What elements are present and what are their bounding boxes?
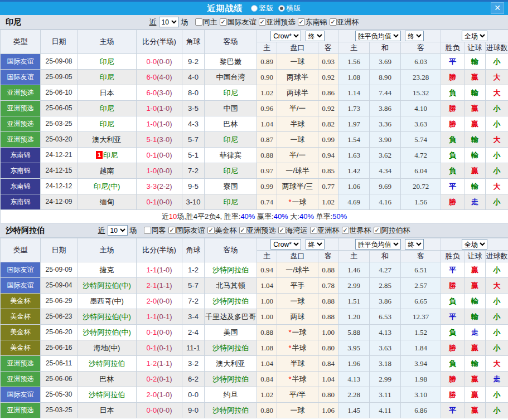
odds-stage-select[interactable]: 终 (306, 31, 325, 41)
cell-type: 国际友谊 (1, 54, 41, 70)
league-filter[interactable]: ✓海湾运 (278, 226, 308, 236)
cell-type: 亚洲预选 (1, 101, 41, 116)
cell-type: 亚洲预选 (1, 372, 41, 387)
cell-date: 25-06-05 (41, 101, 78, 116)
cell-asia-away-odds: 0.84 (318, 356, 338, 372)
col-euro-away: 客 (401, 42, 441, 54)
recent-label[interactable]: 近 (98, 226, 105, 236)
cell-euro-draw: 4.34 (370, 163, 401, 179)
col-home: 主场 (78, 238, 137, 262)
same-venue-filter[interactable]: 同客 (144, 226, 166, 236)
league-filter[interactable]: ✓国际友谊 (220, 17, 257, 27)
fulltime-score: 1-2 (146, 359, 157, 368)
cell-euro-home: 3.95 (338, 340, 370, 356)
cell-corner: 3-2 (182, 356, 205, 372)
checkbox-unchecked-icon[interactable] (195, 18, 202, 26)
euro-avg-select[interactable]: 胜平负均值 (355, 239, 401, 250)
cell-away: 巴林 (205, 116, 257, 132)
checkbox-checked-icon[interactable]: ✓ (220, 18, 227, 26)
match-row: 东南锦24-12-09缅甸0-1(0-0)3-10印尼0.74*一球1.024.… (1, 194, 508, 210)
cell-score: 0-0(0-0) (137, 403, 182, 418)
league-filter[interactable]: ✓东南锦 (298, 17, 327, 27)
radio-vertical-label: 竖版 (259, 3, 274, 13)
odds-stage-select[interactable]: 终 (306, 239, 325, 250)
league-filter[interactable]: ✓国际友谊 (168, 226, 205, 236)
checkbox-checked-icon[interactable]: ✓ (374, 227, 381, 234)
checkbox-unchecked-icon[interactable] (144, 227, 151, 234)
checkbox-checked-icon[interactable]: ✓ (298, 18, 305, 26)
handicap-value: 半球 (292, 344, 307, 352)
cell-away: 黎巴嫩 (205, 54, 257, 70)
checkbox-checked-icon[interactable]: ✓ (330, 18, 337, 26)
halftime-score: (4-0) (157, 73, 172, 81)
euro-stage-select[interactable]: 终 (405, 239, 424, 250)
euro-stage-select[interactable]: 终 (405, 31, 424, 41)
cell-result-wdl: 勝 (441, 340, 465, 356)
fulltime-score: 6-0 (146, 89, 157, 97)
cell-date: 25-06-23 (41, 309, 78, 325)
home-team-name: 沙特阿拉伯(中) (83, 328, 131, 336)
cell-score: 2-0(0-0) (137, 294, 182, 309)
bookmaker-select[interactable]: Crow* (270, 239, 301, 250)
cell-home: 沙特阿拉伯(中) (78, 309, 137, 325)
cell-type: 亚洲预选 (1, 132, 41, 148)
league-filter[interactable]: ✓世界杯 (342, 226, 371, 236)
radio-unselected-icon[interactable] (251, 5, 258, 12)
cell-corner: 7-2 (182, 163, 205, 179)
league-filter[interactable]: ✓亚洲杯 (310, 226, 340, 236)
handicap-value: 一球 (292, 198, 307, 206)
checkbox-checked-icon[interactable]: ✓ (278, 227, 286, 234)
radio-horizontal-layout[interactable]: 横版 (278, 3, 301, 13)
checkbox-checked-icon[interactable]: ✓ (310, 227, 317, 234)
cell-asia-away-odds: 0.88 (318, 309, 338, 325)
cell-home: 海地(中) (78, 340, 137, 356)
cell-date: 24-12-21 (41, 148, 78, 163)
cell-asia-away-odds: 0.88 (318, 294, 338, 309)
checkbox-checked-icon[interactable]: ✓ (168, 227, 176, 234)
recent-label[interactable]: 近 (149, 17, 157, 27)
league-filter[interactable]: ✓亚洲预选 (239, 226, 276, 236)
layout-radio-group: 竖版 横版 (246, 3, 301, 13)
away-team-name: 菲律宾 (220, 151, 241, 159)
cell-asia-away-odds: 0.93 (318, 54, 338, 70)
bookmaker-select[interactable]: Crow* (270, 31, 301, 41)
league-filter[interactable]: ✓亚洲预选 (259, 17, 296, 27)
same-venue-filter[interactable]: 同主 (195, 17, 217, 27)
cell-score: 6-0(4-0) (137, 70, 182, 85)
cell-result-goals: 小 (486, 194, 508, 210)
cell-euro-draw: 3.86 (370, 294, 401, 309)
league-filter[interactable]: ✓阿拉伯杯 (374, 226, 410, 236)
euro-avg-select[interactable]: 胜平负均值 (355, 31, 401, 41)
checkbox-checked-icon[interactable]: ✓ (239, 227, 246, 234)
league-filter-label: 亚洲杯 (337, 17, 359, 27)
cell-asia-handicap: 一球 (277, 132, 318, 148)
cell-result-goals: 大 (486, 85, 508, 101)
match-count-select[interactable]: 10 (108, 225, 128, 236)
match-row: 亚洲预选25-06-06巴林0-2(0-1)6-2沙特阿拉伯0.84*半球1.0… (1, 372, 508, 387)
cell-euro-away: 6.03 (401, 54, 441, 70)
checkbox-checked-icon[interactable]: ✓ (259, 18, 266, 26)
cell-euro-draw: 6.53 (370, 309, 401, 325)
cell-asia-home-odds: 0.87 (257, 132, 277, 148)
result-group: 全场 (441, 238, 508, 251)
col-type: 类型 (1, 238, 41, 262)
col-type: 类型 (1, 30, 41, 54)
radio-vertical-layout[interactable]: 竖版 (251, 3, 274, 13)
league-filter[interactable]: ✓美金杯 (207, 226, 237, 236)
close-icon[interactable]: ✕ (491, 2, 504, 14)
league-filter[interactable]: ✓亚洲杯 (330, 17, 359, 27)
cell-home: 巴林 (78, 372, 137, 387)
cell-euro-away: 6.86 (401, 403, 441, 418)
checkbox-checked-icon[interactable]: ✓ (342, 227, 349, 234)
match-count-select[interactable]: 10 (159, 17, 179, 27)
cell-asia-away-odds: 0.86 (318, 85, 338, 101)
col-euro-draw: 和 (370, 42, 401, 54)
checkbox-checked-icon[interactable]: ✓ (207, 227, 215, 234)
fulltime-score: 1-0 (146, 120, 157, 128)
cell-asia-handicap: 两球半 (277, 70, 318, 85)
fulltime-select[interactable]: 全场 (462, 239, 487, 250)
fulltime-select[interactable]: 全场 (462, 31, 487, 41)
fulltime-score: 0-0 (146, 406, 157, 414)
fulltime-score: 5-1 (146, 135, 157, 144)
radio-selected-icon[interactable] (278, 5, 285, 12)
